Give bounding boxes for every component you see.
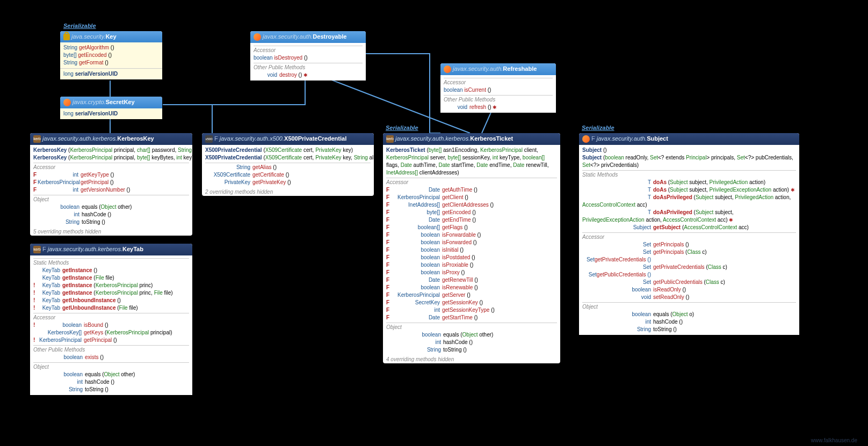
secretkey-header: javax.crypto.SecretKey	[60, 97, 162, 108]
serializable-label: Serializable	[63, 23, 96, 29]
class-kerberosticket: kerbjavax.security.auth.kerberos.Kerbero…	[383, 133, 560, 363]
interface-icon	[444, 65, 451, 73]
class-secretkey: javax.crypto.SecretKey long serialVersio…	[60, 97, 162, 119]
key-body: String getAlgorithm () byte[] getEncoded…	[60, 42, 162, 68]
class-x500: x500F javax.security.auth.x500.X500Priva…	[202, 133, 374, 196]
interface-icon	[63, 99, 71, 106]
serializable-label: Serializable	[582, 125, 614, 131]
kerb-icon: kerb	[33, 246, 41, 253]
class-key: java.security.Key String getAlgorithm ()…	[60, 31, 162, 79]
class-refreshable: javax.security.auth.Refreshable Accessor…	[440, 63, 556, 113]
class-kerberoskey: kerbjavax.security.auth.kerberos.Kerbero…	[30, 133, 192, 236]
key-header: java.security.Key	[60, 31, 162, 42]
class-subject: F javax.security.auth.Subject Subject ()…	[579, 133, 799, 335]
kerb-icon: kerb	[386, 135, 394, 143]
serializable-label: Serializable	[386, 125, 418, 131]
kerb-icon: kerb	[33, 135, 41, 143]
lock-icon	[63, 34, 70, 40]
x500-icon: x500	[205, 135, 213, 143]
class-destroyable: javax.security.auth.Destroyable Accessor…	[250, 31, 366, 81]
interface-icon	[582, 135, 590, 143]
class-keytab: kerbF javax.security.auth.kerberos.KeyTa…	[30, 244, 192, 395]
interface-icon	[254, 33, 261, 41]
watermark: www.falkhausen.de	[811, 437, 857, 443]
